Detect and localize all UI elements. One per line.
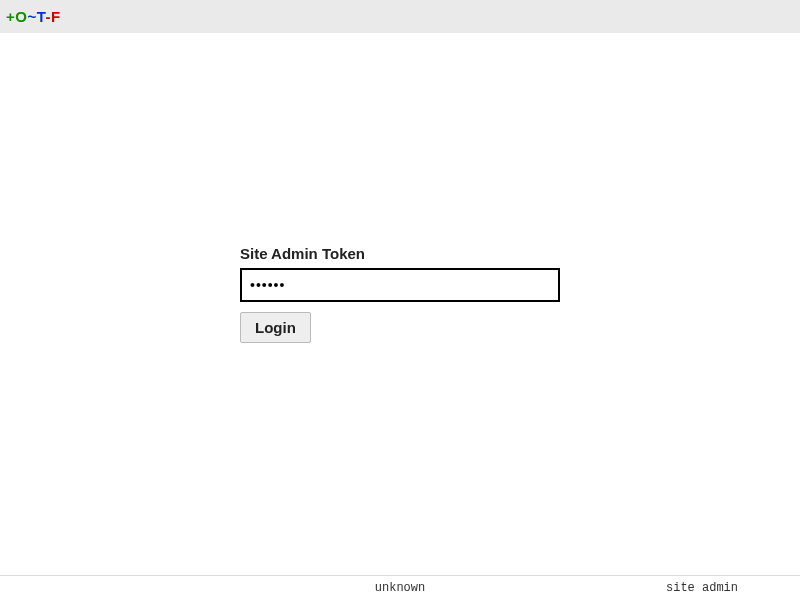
token-input[interactable] [240,268,560,302]
login-button[interactable]: Login [240,312,311,343]
header-bar: +O~T-F [0,0,800,33]
logo-o: O [15,8,27,25]
footer-bar: unknown site admin [0,575,800,600]
logo-plus: + [6,8,15,25]
logo-f: F [51,8,61,25]
logo-tilde: ~ [27,8,36,25]
logo-t: T [37,8,46,25]
login-form: Site Admin Token Login [240,245,560,343]
logo: +O~T-F [6,8,61,25]
token-label: Site Admin Token [240,245,560,262]
footer-status: unknown [375,581,425,595]
footer-role: site admin [666,581,738,595]
main-content: Site Admin Token Login [0,33,800,575]
